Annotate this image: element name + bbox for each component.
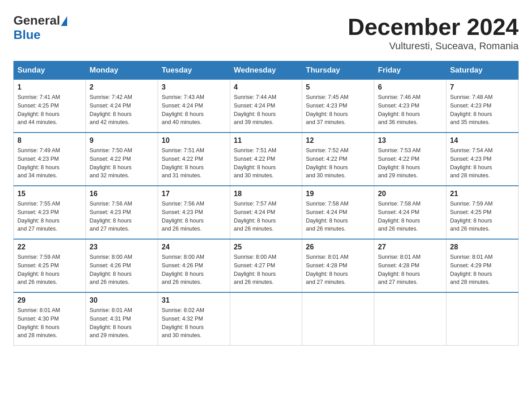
title-block: December 2024 Vulturesti, Suceava, Roman… (348, 13, 519, 52)
calendar-day-cell: 2Sunrise: 7:42 AM Sunset: 4:24 PM Daylig… (86, 80, 158, 133)
calendar-day-header: Thursday (302, 61, 374, 80)
calendar-day-header: Friday (374, 61, 446, 80)
calendar-week-row: 15Sunrise: 7:55 AM Sunset: 4:23 PM Dayli… (14, 186, 519, 239)
day-info: Sunrise: 7:49 AM Sunset: 4:23 PM Dayligh… (17, 146, 82, 180)
day-number: 20 (378, 190, 442, 198)
calendar-day-cell: 3Sunrise: 7:43 AM Sunset: 4:24 PM Daylig… (158, 80, 230, 133)
calendar-header-row: SundayMondayTuesdayWednesdayThursdayFrid… (14, 61, 519, 80)
calendar-day-cell: 9Sunrise: 7:50 AM Sunset: 4:22 PM Daylig… (86, 133, 158, 186)
day-number: 22 (17, 243, 82, 251)
day-info: Sunrise: 7:50 AM Sunset: 4:22 PM Dayligh… (90, 146, 154, 180)
calendar-day-cell: 8Sunrise: 7:49 AM Sunset: 4:23 PM Daylig… (14, 133, 86, 186)
calendar-day-cell (302, 292, 374, 346)
calendar-day-cell: 31Sunrise: 8:02 AM Sunset: 4:32 PM Dayli… (158, 292, 230, 346)
day-number: 26 (306, 243, 370, 251)
calendar-day-cell: 13Sunrise: 7:53 AM Sunset: 4:22 PM Dayli… (374, 133, 446, 186)
day-number: 17 (162, 190, 226, 198)
day-info: Sunrise: 7:56 AM Sunset: 4:23 PM Dayligh… (90, 200, 154, 233)
calendar-day-cell: 16Sunrise: 7:56 AM Sunset: 4:23 PM Dayli… (86, 186, 158, 239)
day-info: Sunrise: 7:42 AM Sunset: 4:24 PM Dayligh… (90, 93, 154, 127)
day-info: Sunrise: 7:56 AM Sunset: 4:23 PM Dayligh… (162, 200, 226, 233)
calendar-day-cell: 18Sunrise: 7:57 AM Sunset: 4:24 PM Dayli… (230, 186, 302, 239)
day-info: Sunrise: 7:41 AM Sunset: 4:25 PM Dayligh… (17, 93, 82, 127)
calendar-day-header: Sunday (14, 61, 86, 80)
calendar-day-cell: 5Sunrise: 7:45 AM Sunset: 4:23 PM Daylig… (302, 80, 374, 133)
calendar-week-row: 29Sunrise: 8:01 AM Sunset: 4:30 PM Dayli… (14, 292, 519, 346)
day-number: 21 (450, 190, 515, 198)
calendar-day-cell: 21Sunrise: 7:59 AM Sunset: 4:25 PM Dayli… (446, 186, 519, 239)
calendar-day-cell: 11Sunrise: 7:51 AM Sunset: 4:22 PM Dayli… (230, 133, 302, 186)
calendar-week-row: 1Sunrise: 7:41 AM Sunset: 4:25 PM Daylig… (14, 80, 519, 133)
calendar-day-cell (230, 292, 302, 346)
day-info: Sunrise: 7:54 AM Sunset: 4:23 PM Dayligh… (450, 146, 515, 180)
day-number: 3 (162, 83, 226, 91)
day-number: 24 (162, 243, 226, 251)
day-number: 4 (234, 83, 298, 91)
page-title: December 2024 (348, 13, 519, 40)
day-info: Sunrise: 7:58 AM Sunset: 4:24 PM Dayligh… (306, 200, 370, 233)
calendar-day-header: Wednesday (230, 61, 302, 80)
calendar-day-cell: 20Sunrise: 7:58 AM Sunset: 4:24 PM Dayli… (374, 186, 446, 239)
day-number: 12 (306, 137, 370, 145)
calendar-day-cell: 19Sunrise: 7:58 AM Sunset: 4:24 PM Dayli… (302, 186, 374, 239)
day-info: Sunrise: 7:44 AM Sunset: 4:24 PM Dayligh… (234, 93, 298, 127)
day-info: Sunrise: 7:51 AM Sunset: 4:22 PM Dayligh… (162, 146, 226, 180)
calendar-day-header: Monday (86, 61, 158, 80)
day-info: Sunrise: 7:57 AM Sunset: 4:24 PM Dayligh… (234, 200, 298, 233)
calendar-day-cell: 7Sunrise: 7:48 AM Sunset: 4:23 PM Daylig… (446, 80, 519, 133)
day-number: 9 (90, 137, 154, 145)
day-info: Sunrise: 7:52 AM Sunset: 4:22 PM Dayligh… (306, 146, 370, 180)
day-number: 10 (162, 137, 226, 145)
calendar-day-header: Tuesday (158, 61, 230, 80)
day-number: 5 (306, 83, 370, 91)
calendar-day-header: Saturday (446, 61, 519, 80)
day-info: Sunrise: 8:01 AM Sunset: 4:31 PM Dayligh… (90, 306, 154, 340)
day-number: 30 (90, 296, 154, 304)
day-number: 16 (90, 190, 154, 198)
calendar-week-row: 8Sunrise: 7:49 AM Sunset: 4:23 PM Daylig… (14, 133, 519, 186)
calendar-day-cell: 10Sunrise: 7:51 AM Sunset: 4:22 PM Dayli… (158, 133, 230, 186)
day-info: Sunrise: 8:01 AM Sunset: 4:29 PM Dayligh… (450, 253, 515, 287)
logo-triangle-icon (61, 16, 67, 26)
page-subtitle: Vulturesti, Suceava, Romania (348, 40, 519, 52)
calendar-day-cell: 27Sunrise: 8:01 AM Sunset: 4:28 PM Dayli… (374, 239, 446, 292)
calendar-day-cell: 22Sunrise: 7:59 AM Sunset: 4:25 PM Dayli… (14, 239, 86, 292)
day-number: 11 (234, 137, 298, 145)
calendar-day-cell: 12Sunrise: 7:52 AM Sunset: 4:22 PM Dayli… (302, 133, 374, 186)
calendar-table: SundayMondayTuesdayWednesdayThursdayFrid… (13, 61, 519, 346)
day-info: Sunrise: 8:00 AM Sunset: 4:26 PM Dayligh… (90, 253, 154, 287)
day-info: Sunrise: 8:01 AM Sunset: 4:28 PM Dayligh… (378, 253, 442, 287)
day-number: 28 (450, 243, 515, 251)
day-number: 14 (450, 137, 515, 145)
day-number: 1 (17, 83, 82, 91)
logo-general: General (13, 13, 60, 28)
calendar-day-cell: 24Sunrise: 8:00 AM Sunset: 4:26 PM Dayli… (158, 239, 230, 292)
day-number: 6 (378, 83, 442, 91)
calendar-day-cell: 14Sunrise: 7:54 AM Sunset: 4:23 PM Dayli… (446, 133, 519, 186)
calendar-day-cell: 30Sunrise: 8:01 AM Sunset: 4:31 PM Dayli… (86, 292, 158, 346)
day-number: 27 (378, 243, 442, 251)
calendar-day-cell (446, 292, 519, 346)
day-number: 25 (234, 243, 298, 251)
day-info: Sunrise: 8:02 AM Sunset: 4:32 PM Dayligh… (162, 306, 226, 340)
day-number: 13 (378, 137, 442, 145)
day-number: 18 (234, 190, 298, 198)
day-number: 2 (90, 83, 154, 91)
day-number: 8 (17, 137, 82, 145)
day-info: Sunrise: 7:55 AM Sunset: 4:23 PM Dayligh… (17, 200, 82, 233)
calendar-day-cell: 17Sunrise: 7:56 AM Sunset: 4:23 PM Dayli… (158, 186, 230, 239)
page-header: General Blue December 2024 Vulturesti, S… (13, 13, 519, 52)
calendar-day-cell (374, 292, 446, 346)
day-info: Sunrise: 8:00 AM Sunset: 4:26 PM Dayligh… (162, 253, 226, 287)
calendar-day-cell: 28Sunrise: 8:01 AM Sunset: 4:29 PM Dayli… (446, 239, 519, 292)
day-number: 29 (17, 296, 82, 304)
calendar-day-cell: 1Sunrise: 7:41 AM Sunset: 4:25 PM Daylig… (14, 80, 86, 133)
day-number: 23 (90, 243, 154, 251)
day-info: Sunrise: 7:43 AM Sunset: 4:24 PM Dayligh… (162, 93, 226, 127)
calendar-day-cell: 25Sunrise: 8:00 AM Sunset: 4:27 PM Dayli… (230, 239, 302, 292)
day-info: Sunrise: 7:59 AM Sunset: 4:25 PM Dayligh… (450, 200, 515, 233)
day-info: Sunrise: 8:01 AM Sunset: 4:28 PM Dayligh… (306, 253, 370, 287)
calendar-week-row: 22Sunrise: 7:59 AM Sunset: 4:25 PM Dayli… (14, 239, 519, 292)
day-number: 31 (162, 296, 226, 304)
logo: General Blue (13, 13, 67, 42)
